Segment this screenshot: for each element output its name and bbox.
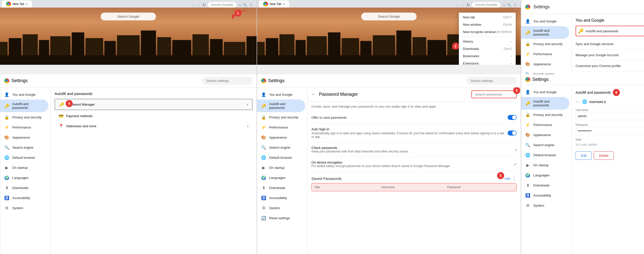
payment-methods-option[interactable]: 💳 Payment methods [55, 111, 253, 121]
pw-edit-button[interactable]: Edit [576, 151, 592, 160]
sidebar-lang-bl[interactable]: 🌍 Languages [0, 173, 48, 183]
sidebar-appearance-3[interactable]: 🎨 Appearance [521, 59, 569, 69]
settings-search-bm[interactable] [466, 77, 517, 85]
sib-lang-br[interactable]: 🌍 Languages [521, 170, 569, 180]
autofill-highlighted[interactable]: 🔑 Autofill and passwords [576, 26, 644, 36]
tab-close-2[interactable]: × [283, 2, 285, 6]
toolbar-icon-menu[interactable]: ⋮ [249, 3, 253, 7]
yag-manage[interactable]: Manage your Google Account ⤢ [576, 50, 644, 60]
tb-ext-2[interactable]: 🔧 [507, 3, 511, 7]
sib-perf-bm[interactable]: ⚡ Performance [257, 122, 305, 132]
cm-incognito[interactable]: New incognito window Ctrl+Shift+N [459, 28, 516, 36]
tb-star-2[interactable]: ☆ [502, 3, 505, 7]
sidebar-dl-bl[interactable]: ⬇ Downloads [0, 183, 48, 193]
sidebar-access-bl[interactable]: ♿ Accessibility [0, 193, 48, 203]
sib-search-bm[interactable]: 🔍 Search engine [257, 142, 305, 152]
settings-sidebar-3: 👤 You and Google 🔑 Autofill and password… [521, 14, 572, 74]
toolbar-icon-extension[interactable]: 🔧 [243, 3, 247, 7]
toolbar-icon-forward[interactable]: → [196, 3, 200, 7]
settings-search-bl[interactable] [202, 77, 253, 85]
sidebar-system-bl[interactable]: ⚙ System [0, 203, 48, 213]
pw-delete-button[interactable]: Delete [594, 151, 614, 160]
yag-sync[interactable]: Sync and Google services › [576, 38, 644, 50]
add-password-btn[interactable]: Add [504, 177, 510, 180]
sib-access-br[interactable]: ♿ Accessibility [521, 190, 569, 200]
sib-system-br[interactable]: ⚙ System [521, 200, 569, 210]
pm-encrypt-row[interactable]: On-device encryption For added safety, e… [311, 157, 517, 172]
sidebar-autofill-3[interactable]: 🔑 Autofill and passwords [521, 26, 569, 39]
sib-privacy-br[interactable]: 🔒 Privacy and security [521, 110, 569, 120]
sib-appear-br[interactable]: 🎨 Appearance [521, 130, 569, 140]
sidebar-you-google-3[interactable]: 👤 You and Google [521, 16, 569, 26]
sidebar-appear-bl[interactable]: 🎨 Appearance [0, 132, 48, 142]
sib-you-bm[interactable]: 👤 You and Google [257, 89, 305, 100]
pm-check-row[interactable]: Check passwords Keep your passwords safe… [311, 142, 517, 157]
address-bar-1[interactable]: chrome://newtab [208, 2, 236, 8]
tb-menu-2[interactable]: ⋮ [513, 3, 517, 7]
pm-back-btn[interactable]: ← [311, 92, 316, 97]
browser-panel-1: New Tab × ← → ↻ chrome://newtab ☆ 🔧 ⋮ [0, 0, 257, 74]
sidebar-search-3[interactable]: 🔍 Search engine [521, 69, 569, 74]
addresses-option[interactable]: 📍 Addresses and more › [55, 121, 253, 131]
password-manager-option[interactable]: 🔑 Password Manager › [55, 99, 253, 110]
tb-fwd-2[interactable]: → [461, 3, 465, 7]
sidebar-startup-bl[interactable]: ▶ On startup [0, 163, 48, 173]
cm-extensions[interactable]: Extensions › [459, 60, 516, 65]
sib-appear-bm[interactable]: 🎨 Appearance [257, 132, 305, 142]
pm-save-toggle[interactable] [508, 115, 517, 120]
cm-bookmarks-label: Bookmarks [463, 54, 479, 58]
sib-lang-bm[interactable]: 🌍 Languages [257, 173, 305, 183]
sib-default-bm[interactable]: 🌐 Default browser [257, 152, 305, 163]
settings-panel-1: Settings 👤 You and Google 🔑 Autofill and… [0, 74, 257, 254]
cm-downloads[interactable]: Downloads Ctrl+J [459, 45, 516, 52]
tb-refresh-2[interactable]: ↻ [467, 3, 470, 7]
tab-label-1: New Tab [13, 2, 24, 6]
sib-search-br[interactable]: 🔍 Search engine [521, 140, 569, 150]
pm-search-input[interactable] [471, 90, 517, 98]
pw-note-field: Note No note added [576, 138, 644, 147]
chrome-logo-bl [4, 78, 9, 83]
pw-back-btn[interactable]: ← [576, 99, 580, 104]
toolbar-icon-refresh[interactable]: ↻ [203, 3, 206, 7]
sidebar-autofill-bl[interactable]: 🔑 Autofill and passwords [0, 100, 48, 112]
sib-dl-br[interactable]: ⬇ Downloads [521, 180, 569, 190]
sib-default-br[interactable]: 🌐 Default browser [521, 150, 569, 160]
sib-perf-br[interactable]: ⚡ Performance [521, 120, 569, 130]
toolbar-icon-back[interactable]: ← [190, 3, 194, 7]
toolbar-icon-star[interactable]: ☆ [238, 3, 241, 7]
sib-startup-br[interactable]: ▶ On startup [521, 160, 569, 170]
cm-history[interactable]: History › [459, 38, 516, 45]
sib-autofill-bm[interactable]: 🔑 Autofill and passwords [257, 100, 305, 112]
tb-back-2[interactable]: ← [455, 3, 459, 7]
yag-import[interactable]: Import bookmarks and settings › [576, 72, 644, 74]
cm-new-window[interactable]: New window Ctrl+N [459, 21, 516, 28]
sidebar-privacy-bl[interactable]: 🔒 Privacy and security [0, 112, 48, 122]
sidebar-default-bl[interactable]: 🌐 Default browser [0, 152, 48, 163]
sidebar-perf-bl[interactable]: ⚡ Performance [0, 122, 48, 132]
sib-access-bm[interactable]: ♿ Accessibility [257, 193, 305, 203]
saved-pw-header: Saved Passwords Add ⋮ [311, 176, 517, 181]
tab-1[interactable]: New Tab × [2, 1, 32, 8]
cm-new-tab[interactable]: New tab Ctrl+T [459, 14, 516, 21]
sidebar-performance-3[interactable]: ⚡ Performance [521, 49, 569, 59]
sib-system-bm[interactable]: ⚙ System [257, 203, 305, 213]
pm-main-content: ← Password Manager 5 Create, save, and m… [307, 87, 521, 254]
address-bar-2[interactable]: chrome://newtab [472, 2, 500, 8]
sib-you-br[interactable]: 👤 You and Google [521, 87, 569, 97]
sib-dl-bm[interactable]: ⬇ Downloads [257, 183, 305, 193]
tab-2[interactable]: New Tab × [259, 1, 289, 8]
cm-downloads-shortcut: Ctrl+J [504, 47, 512, 51]
sib-autofill-br[interactable]: 🔑 Autofill and passwords [521, 97, 569, 110]
saved-pw-more[interactable]: ⋮ [512, 176, 517, 181]
yag-customize[interactable]: Customize your Chrome profile › [576, 60, 644, 72]
sidebar-privacy-3[interactable]: 🔒 Privacy and security [521, 39, 569, 49]
sidebar-you-bl[interactable]: 👤 You and Google [0, 89, 48, 100]
sib-startup-bm[interactable]: ▶ On startup [257, 163, 305, 173]
tab-close-1[interactable]: × [26, 2, 28, 6]
sib-reset-bm[interactable]: 🔄 Reset settings [257, 213, 305, 223]
sidebar-search-bl[interactable]: 🔍 Search engine [0, 142, 48, 152]
pm-autosign-toggle[interactable] [508, 131, 517, 136]
cm-bookmarks[interactable]: Bookmarks › [459, 52, 516, 60]
yag-sync-label: Sync and Google services [576, 42, 614, 46]
sib-privacy-bm[interactable]: 🔒 Privacy and security [257, 112, 305, 122]
